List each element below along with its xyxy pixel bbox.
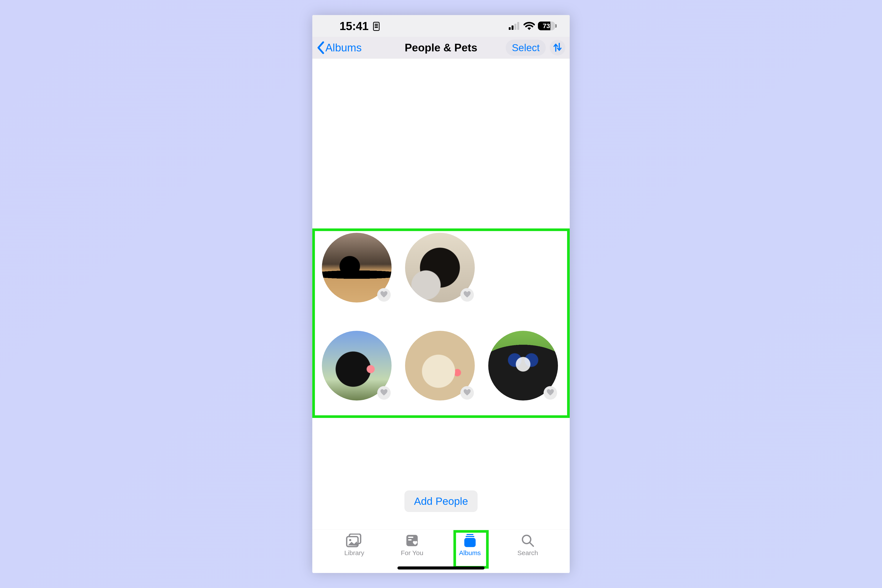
back-button[interactable]: Albums — [315, 39, 364, 56]
svg-rect-4 — [509, 27, 511, 30]
svg-rect-13 — [408, 539, 412, 540]
pet-thumbnail[interactable] — [405, 331, 475, 400]
heart-icon — [380, 389, 388, 397]
wifi-icon — [524, 22, 535, 30]
tab-label: Library — [344, 549, 364, 556]
favorite-button[interactable] — [460, 386, 474, 400]
iphone-screen: 15:41 — [312, 15, 570, 573]
svg-rect-2 — [375, 25, 378, 26]
chevron-left-icon — [316, 41, 325, 54]
content-area: Add People — [312, 58, 570, 530]
favorite-button[interactable] — [377, 288, 391, 302]
select-button[interactable]: Select — [506, 40, 546, 56]
pet-thumbnail[interactable] — [322, 233, 392, 303]
svg-rect-7 — [517, 22, 519, 30]
search-icon — [521, 534, 535, 548]
svg-rect-16 — [464, 538, 476, 547]
pet-thumbnail[interactable] — [322, 331, 392, 400]
cellular-signal-icon — [509, 22, 520, 30]
tab-label: For You — [401, 549, 423, 556]
svg-rect-6 — [514, 24, 516, 30]
svg-rect-15 — [466, 536, 474, 537]
back-label: Albums — [326, 41, 362, 54]
favorite-button[interactable] — [460, 288, 474, 302]
favorite-button[interactable] — [377, 386, 391, 400]
heart-icon — [547, 389, 554, 397]
library-icon — [346, 534, 363, 548]
svg-point-10 — [349, 539, 351, 541]
pets-grid — [322, 233, 558, 400]
svg-rect-11 — [406, 535, 418, 546]
pet-thumbnail[interactable] — [405, 233, 475, 303]
tab-search[interactable]: Search — [510, 534, 545, 573]
nav-actions: Select — [506, 40, 566, 56]
tab-label: Search — [518, 549, 538, 556]
sort-arrows-icon — [553, 42, 562, 53]
page-title: People & Pets — [405, 41, 477, 54]
tab-label: Albums — [459, 549, 481, 556]
home-indicator[interactable] — [398, 567, 484, 570]
status-bar: 15:41 — [312, 15, 570, 37]
heart-icon — [464, 389, 471, 397]
svg-rect-1 — [375, 24, 378, 25]
svg-rect-12 — [408, 537, 413, 538]
tab-bar: Library For You — [312, 530, 570, 573]
navigation-bar: Albums People & Pets Select — [312, 37, 570, 58]
battery-indicator: 73 — [538, 21, 556, 30]
heart-icon — [464, 291, 471, 298]
status-time: 15:41 — [339, 20, 380, 33]
svg-rect-5 — [512, 26, 513, 30]
add-people-button[interactable]: Add People — [404, 490, 478, 512]
pet-thumbnail[interactable] — [488, 331, 558, 400]
tab-library[interactable]: Library — [337, 534, 372, 573]
sort-button[interactable] — [550, 40, 566, 56]
for-you-icon — [405, 534, 419, 548]
svg-rect-14 — [466, 534, 474, 535]
favorite-button[interactable] — [544, 386, 557, 400]
albums-icon — [463, 534, 477, 548]
svg-rect-3 — [375, 27, 378, 28]
heart-icon — [380, 291, 388, 298]
